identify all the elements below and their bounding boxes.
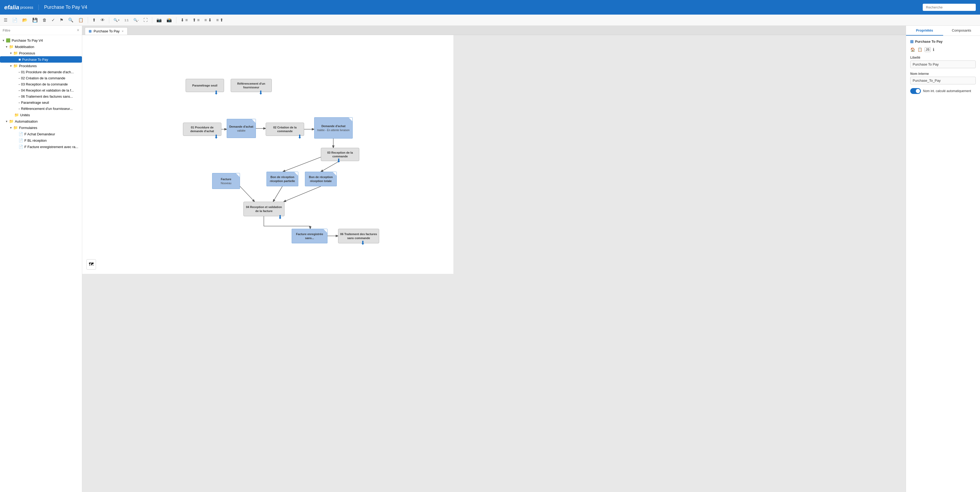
separator-3 bbox=[152, 17, 152, 23]
align2-button[interactable]: ⬆ ≡ bbox=[191, 16, 201, 24]
zoom-out-button[interactable]: 🔍- bbox=[132, 17, 140, 23]
tree-label-proc03: 03 Reception de la commande bbox=[21, 82, 68, 86]
tree-item-form2[interactable]: 📄F BL réception bbox=[0, 137, 82, 144]
sidebar: × ▼🟩Purchase To Pay V4▼📁Modélisation▼📁Pr… bbox=[0, 26, 82, 492]
tree-label-proc04: 04 Reception et validation de la f... bbox=[21, 88, 74, 93]
fit-button[interactable]: ⛶ bbox=[142, 17, 149, 24]
canvas-node-n13[interactable]: 06 Traitement des factures sans commande bbox=[338, 229, 379, 243]
filter-input[interactable] bbox=[3, 29, 77, 32]
right-icons-row: 🏠 📋 JS ℹ bbox=[910, 47, 976, 52]
header: efalia process Purchase To Pay V4 bbox=[0, 0, 980, 14]
new-button[interactable]: 📄 bbox=[11, 16, 19, 24]
tree-arrow-processus: ▼ bbox=[10, 52, 12, 55]
info-icon[interactable]: ℹ bbox=[933, 47, 934, 52]
arrows-svg bbox=[82, 35, 453, 274]
tree-item-proc02[interactable]: ▪02 Création de la commande bbox=[0, 75, 82, 81]
auto-name-toggle[interactable] bbox=[910, 88, 921, 94]
tree-item-processus[interactable]: ▼📁Processus bbox=[0, 50, 82, 56]
nom-interne-label: Nom interne bbox=[910, 72, 976, 76]
tree-item-formulaires[interactable]: ▼📁Formulaires bbox=[0, 125, 82, 131]
node-sub-n4: validée bbox=[237, 129, 245, 132]
align4-button[interactable]: ≡ ⬆ bbox=[215, 16, 225, 24]
canvas-node-n9[interactable]: Bon de réception réception totale bbox=[305, 172, 337, 186]
clipboard-icon[interactable]: 📋 bbox=[918, 47, 923, 52]
tree-label-formulaires: Formulaires bbox=[19, 126, 37, 130]
tree-item-proc04[interactable]: ▪04 Reception et validation de la f... bbox=[0, 87, 82, 93]
right-panel: Propriétés Composants Purchase To Pay 🏠 … bbox=[906, 26, 980, 492]
export2-button[interactable]: 📸 bbox=[165, 16, 173, 24]
tree-item-unites[interactable]: 📁Unités bbox=[0, 112, 82, 118]
tab-proprietes[interactable]: Propriétés bbox=[906, 26, 943, 35]
tree-item-param[interactable]: ▪Paramétrage seuil bbox=[0, 99, 82, 105]
align3-button[interactable]: ≡ ⬇ bbox=[203, 16, 213, 24]
tree-label-processus: Processus bbox=[19, 51, 35, 55]
filter-bar: × bbox=[0, 26, 82, 35]
nom-interne-section: Nom interne Purchase_To_Pay bbox=[910, 72, 976, 85]
logo[interactable]: efalia process bbox=[4, 4, 33, 11]
flag-button[interactable]: ⚑ bbox=[58, 16, 65, 24]
delete-button[interactable]: 🗑 bbox=[41, 17, 48, 24]
canvas-node-n6[interactable]: Demande d'achat traitée - En attente liv… bbox=[314, 117, 353, 139]
libelle-value[interactable]: Purchase To Pay bbox=[910, 61, 976, 68]
tree-label-root: Purchase To Pay V4 bbox=[12, 38, 43, 42]
tree-item-purchase-to-pay[interactable]: ■Purchase To Pay bbox=[0, 56, 82, 62]
open-button[interactable]: 📂 bbox=[21, 16, 29, 24]
eye-button[interactable]: 👁 bbox=[99, 17, 106, 24]
libelle-label: Libellé bbox=[910, 56, 976, 59]
right-tabs: Propriétés Composants bbox=[906, 26, 980, 36]
canvas-node-n10[interactable]: Facture Nouveau bbox=[212, 173, 240, 189]
search-button[interactable]: 🔍 bbox=[67, 16, 75, 24]
tree-item-proc06[interactable]: ▪06 Traitement des factures sans... bbox=[0, 93, 82, 99]
nom-interne-value[interactable]: Purchase_To_Pay bbox=[910, 77, 976, 85]
canvas-node-n12[interactable]: Facture enregistrée sans... bbox=[292, 229, 328, 243]
node-label-n10: Facture bbox=[221, 177, 231, 181]
zoom-100-button[interactable]: 1:1 bbox=[123, 18, 130, 23]
tree-label-purchase-to-pay: Purchase To Pay bbox=[22, 58, 48, 62]
save-button[interactable]: 💾 bbox=[31, 16, 39, 24]
tree-item-form3[interactable]: 📄F Facture enregistrement avec ra... bbox=[0, 144, 82, 150]
tree-arrow-formulaires: ▼ bbox=[10, 126, 12, 129]
menu-button[interactable]: ☰ bbox=[2, 16, 9, 24]
tree-label-form3: F Facture enregistrement avec ra... bbox=[24, 145, 78, 149]
libelle-section: Libellé Purchase To Pay bbox=[910, 56, 976, 68]
tree-item-root[interactable]: ▼🟩Purchase To Pay V4 bbox=[0, 37, 82, 43]
tab-label: Purchase To Pay bbox=[94, 29, 119, 33]
canvas-node-n2[interactable]: Référencement d'un fournisseur bbox=[231, 79, 272, 92]
tree-label-proc06: 06 Traitement des factures sans... bbox=[21, 94, 73, 99]
tree-item-form1[interactable]: 📄F Achat Demandeur bbox=[0, 131, 82, 137]
tree-item-proc01[interactable]: ▪01 Procédure de demande d'ach... bbox=[0, 69, 82, 75]
node-label-n4: Demande d'achat bbox=[229, 125, 253, 128]
canvas-scroll[interactable]: Paramétrage seuil Référencement d'un fou… bbox=[82, 35, 906, 492]
tree-label-refour: Référencement d'un fournisseur... bbox=[21, 107, 73, 111]
toggle-label: Nom int. calculé automatiquement bbox=[923, 89, 971, 93]
tree-label-automatisation: Automatisation bbox=[15, 120, 38, 123]
zoom-in-button[interactable]: 🔍+ bbox=[112, 17, 121, 23]
tab-dot bbox=[89, 30, 91, 33]
tab-close-button[interactable]: × bbox=[122, 29, 124, 33]
tab-composants[interactable]: Composants bbox=[943, 26, 980, 35]
home-icon[interactable]: 🏠 bbox=[910, 47, 915, 52]
tree-item-refour[interactable]: ▪Référencement d'un fournisseur... bbox=[0, 105, 82, 112]
filter-clear-button[interactable]: × bbox=[77, 28, 79, 33]
canvas-node-n4[interactable]: Demande d'achat validée bbox=[227, 119, 256, 138]
tree-item-modelisation[interactable]: ▼📁Modélisation bbox=[0, 43, 82, 50]
up-button[interactable]: ⬆ bbox=[91, 16, 97, 24]
search-input[interactable] bbox=[923, 4, 976, 11]
tree-label-form2: F BL réception bbox=[24, 139, 47, 142]
tab-purchase-to-pay[interactable]: Purchase To Pay × bbox=[85, 27, 127, 35]
align1-button[interactable]: ⬇ ≡ bbox=[179, 16, 189, 24]
tree-item-proc03[interactable]: ▪03 Reception de la commande bbox=[0, 81, 82, 87]
down-arrow-3: ⬇ bbox=[298, 134, 302, 139]
tree-item-automatisation[interactable]: ▼📁Automatisation bbox=[0, 118, 82, 125]
export1-button[interactable]: 📷 bbox=[155, 16, 163, 24]
separator-2 bbox=[109, 17, 109, 23]
copy-button[interactable]: 📋 bbox=[76, 16, 85, 24]
map-icon[interactable]: 🗺 bbox=[86, 259, 96, 270]
tree-label-unites: Unités bbox=[20, 113, 30, 117]
node-label-n13: 06 Traitement des factures sans commande bbox=[339, 232, 378, 240]
down-arrow-0: ⬇ bbox=[214, 90, 218, 95]
tree-item-procedures[interactable]: ▼📁Procédures bbox=[0, 62, 82, 69]
canvas-node-n8[interactable]: Bon de réception réception partielle bbox=[266, 172, 298, 186]
js-icon[interactable]: JS bbox=[924, 47, 931, 52]
check-button[interactable]: ✓ bbox=[50, 16, 56, 24]
